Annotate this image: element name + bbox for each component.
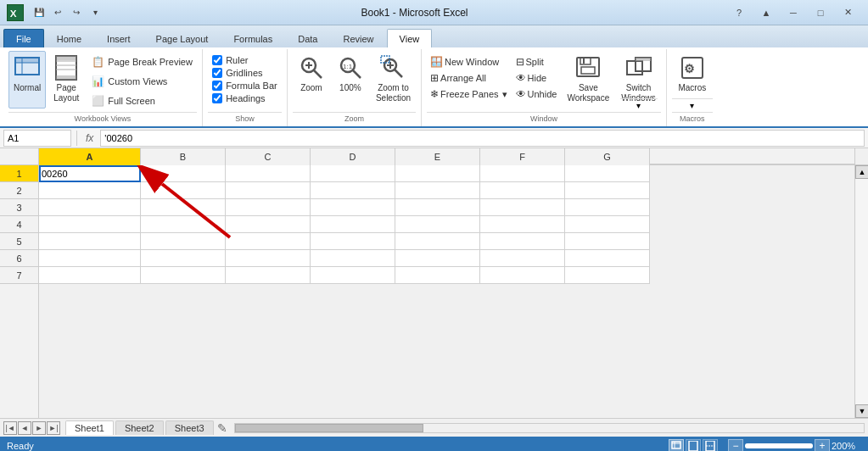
save-workspace-button[interactable]: SaveWorkspace — [562, 51, 614, 109]
switch-windows-button[interactable]: SwitchWindows — [616, 51, 661, 98]
col-header-g[interactable]: G — [565, 148, 650, 165]
tab-page-layout[interactable]: Page Layout — [143, 29, 221, 47]
cell-b6[interactable] — [141, 250, 226, 267]
cell-e3[interactable] — [395, 199, 480, 216]
new-window-button[interactable]: 🪟 New Window — [427, 54, 510, 70]
cell-d7[interactable] — [311, 267, 395, 284]
cell-e4[interactable] — [395, 216, 480, 233]
maximize-button[interactable]: □ — [807, 4, 834, 21]
cell-f2[interactable] — [480, 182, 565, 199]
sheet-tab-sheet1[interactable]: Sheet1 — [65, 420, 114, 435]
cell-e6[interactable] — [395, 250, 480, 267]
scroll-up-button[interactable]: ▲ — [855, 165, 868, 179]
macros-dropdown-button[interactable]: ▾ — [672, 98, 713, 112]
row-header-6[interactable]: 6 — [0, 250, 38, 267]
row-header-7[interactable]: 7 — [0, 267, 38, 284]
cell-f1[interactable] — [480, 165, 565, 182]
custom-views-button[interactable]: 📊 Custom Views — [87, 72, 197, 91]
formula-input[interactable] — [100, 130, 865, 147]
sheet-next-button[interactable]: ► — [32, 421, 46, 435]
cell-b4[interactable] — [141, 216, 226, 233]
cell-g3[interactable] — [565, 199, 650, 216]
headings-checkbox[interactable] — [212, 93, 222, 103]
col-header-d[interactable]: D — [311, 148, 395, 165]
row-header-4[interactable]: 4 — [0, 216, 38, 233]
tab-file[interactable]: File — [3, 29, 44, 47]
cell-c4[interactable] — [226, 216, 311, 233]
zoom-button[interactable]: Zoom — [293, 51, 330, 109]
zoom-to-selection-button[interactable]: Zoom toSelection — [371, 51, 416, 109]
cell-g4[interactable] — [565, 216, 650, 233]
zoom-in-button[interactable]: + — [815, 439, 830, 451]
hide-button[interactable]: 👁 Hide — [512, 70, 561, 86]
cell-a1[interactable]: 00260 — [39, 165, 141, 182]
cell-b7[interactable] — [141, 267, 226, 284]
switch-windows-dropdown-button[interactable]: ▾ — [620, 98, 658, 112]
cell-d5[interactable] — [311, 233, 395, 250]
arrange-all-button[interactable]: ⊞ Arrange All — [427, 70, 510, 86]
cell-c6[interactable] — [226, 250, 311, 267]
cell-g1[interactable] — [565, 165, 650, 182]
zoom-slider[interactable] — [745, 443, 813, 448]
cell-a2[interactable] — [39, 182, 141, 199]
col-header-e[interactable]: E — [395, 148, 480, 165]
cell-g6[interactable] — [565, 250, 650, 267]
cell-c5[interactable] — [226, 233, 311, 250]
col-header-a[interactable]: A — [39, 148, 141, 165]
cell-d2[interactable] — [311, 182, 395, 199]
macros-button[interactable]: ⚙ Macros — [672, 51, 713, 98]
tab-insert[interactable]: Insert — [94, 29, 143, 47]
tab-home[interactable]: Home — [44, 29, 94, 47]
cell-f3[interactable] — [480, 199, 565, 216]
cell-c7[interactable] — [226, 267, 311, 284]
freeze-panes-button[interactable]: ❄ Freeze Panes ▾ — [427, 86, 510, 102]
sheet-last-button[interactable]: ►| — [47, 421, 60, 435]
cell-c2[interactable] — [226, 182, 311, 199]
cell-a3[interactable] — [39, 199, 141, 216]
cell-c3[interactable] — [226, 199, 311, 216]
cell-f5[interactable] — [480, 233, 565, 250]
cell-b5[interactable] — [141, 233, 226, 250]
cell-b2[interactable] — [141, 182, 226, 199]
cell-a5[interactable] — [39, 233, 141, 250]
cell-f6[interactable] — [480, 250, 565, 267]
row-header-3[interactable]: 3 — [0, 199, 38, 216]
row-header-1[interactable]: 1 — [0, 165, 38, 182]
row-header-2[interactable]: 2 — [0, 182, 38, 199]
tab-review[interactable]: Review — [330, 29, 386, 47]
page-layout-view-button[interactable]: PageLayout — [48, 51, 85, 109]
cell-e2[interactable] — [395, 182, 480, 199]
ribbon-toggle-button[interactable]: ▲ — [753, 4, 780, 21]
page-break-preview-button[interactable]: 📋 Page Break Preview — [87, 53, 197, 71]
full-screen-button[interactable]: ⬜ Full Screen — [87, 92, 197, 110]
normal-view-status-button[interactable] — [669, 439, 684, 451]
cell-a7[interactable] — [39, 267, 141, 284]
cell-d1[interactable] — [311, 165, 395, 182]
cell-e1[interactable] — [395, 165, 480, 182]
page-break-status-button[interactable] — [703, 439, 718, 451]
split-button[interactable]: ⊟ Split — [512, 54, 561, 70]
undo-qat-button[interactable]: ↩ — [49, 5, 66, 20]
cell-reference-box[interactable]: A1 — [3, 130, 71, 147]
scroll-thumb[interactable] — [235, 424, 423, 432]
row-header-5[interactable]: 5 — [0, 233, 38, 250]
zoom-100-button[interactable]: 1:1 100% — [332, 51, 369, 109]
ruler-checkbox[interactable] — [212, 55, 222, 65]
cell-f4[interactable] — [480, 216, 565, 233]
gridlines-checkbox[interactable] — [212, 68, 222, 78]
minimize-button[interactable]: ─ — [780, 4, 807, 21]
tab-view[interactable]: View — [387, 29, 433, 47]
cell-d6[interactable] — [311, 250, 395, 267]
horizontal-scrollbar[interactable] — [234, 423, 865, 433]
unhide-button[interactable]: 👁 Unhide — [512, 86, 561, 102]
zoom-out-button[interactable]: − — [728, 439, 743, 451]
cell-f7[interactable] — [480, 267, 565, 284]
tab-formulas[interactable]: Formulas — [221, 29, 285, 47]
col-header-b[interactable]: B — [141, 148, 226, 165]
col-header-c[interactable]: C — [226, 148, 311, 165]
sheet-tab-sheet3[interactable]: Sheet3 — [165, 420, 214, 435]
new-sheet-button[interactable]: ✎ — [216, 421, 229, 435]
save-qat-button[interactable]: 💾 — [31, 5, 48, 20]
cell-a4[interactable] — [39, 216, 141, 233]
cell-d3[interactable] — [311, 199, 395, 216]
